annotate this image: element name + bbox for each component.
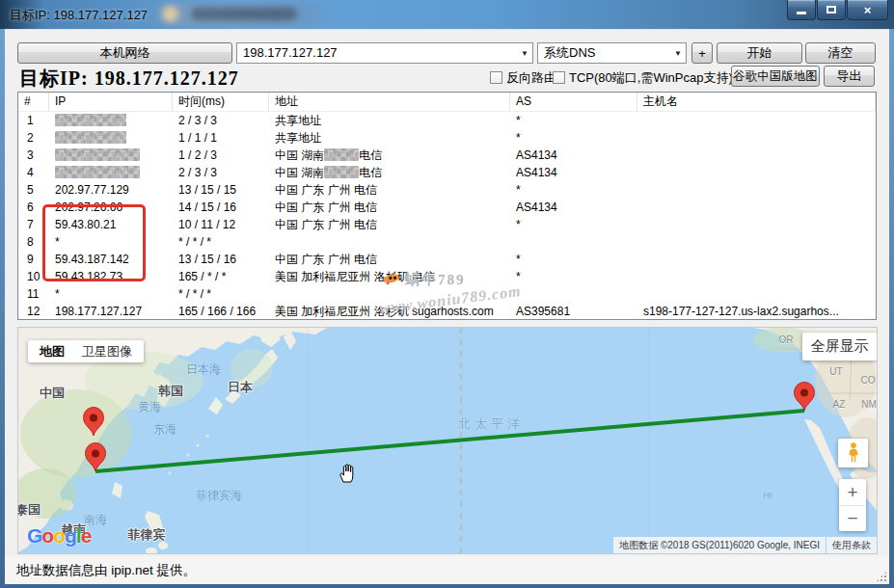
map-attribution: 地图数据 ©2018 GS(2011)6020 Google, INEGI 使用…: [613, 537, 877, 553]
cell-time: 13 / 15 / 16: [173, 251, 269, 268]
col-as[interactable]: AS: [510, 93, 637, 111]
start-button[interactable]: 开始: [717, 42, 802, 64]
cell-addr: 中国 广东 广州 电信: [269, 251, 510, 268]
add-button[interactable]: +: [691, 42, 713, 64]
google-cn-map-button[interactable]: 谷歌中国版地图: [731, 66, 820, 87]
cell-addr: 美国 加利福尼亚州 洛杉矶 电信: [269, 268, 510, 285]
cell-addr: 中国 广东 广州 电信: [269, 181, 510, 199]
window-controls: ×: [787, 0, 888, 20]
cell-num: 2: [18, 129, 49, 147]
cell-host: s198-177-127-127.us-lax2.sugarhos...: [637, 303, 876, 320]
cell-host: [637, 129, 876, 147]
col-host[interactable]: 主机名: [637, 93, 876, 111]
cell-time: 2 / 3 / 3: [173, 164, 269, 181]
table-row[interactable]: 11** / * / *: [18, 285, 876, 303]
redacted-blur: [55, 114, 126, 126]
zoom-control: + −: [839, 479, 866, 531]
cell-host: [637, 199, 876, 216]
table-header: # IP 时间(ms) 地址 AS 主机名: [18, 93, 876, 112]
cell-num: 11: [18, 285, 49, 303]
map-canvas[interactable]: 地图 卫星图像 全屏显示 + − 地图数据 ©2018 GS(2011)6020…: [17, 327, 878, 554]
table-row[interactable]: 959.43.187.14213 / 15 / 16中国 广东 广州 电信*: [18, 251, 876, 268]
cell-addr: 中国 湖南电信: [269, 164, 510, 181]
cell-ip: [49, 112, 173, 129]
terms-link[interactable]: 使用条款: [826, 537, 877, 553]
col-num[interactable]: #: [18, 93, 49, 111]
cell-ip: [49, 164, 173, 181]
map-type-satellite[interactable]: 卫星图像: [82, 343, 132, 361]
cell-addr: [269, 233, 510, 251]
cell-time: 14 / 15 / 16: [173, 199, 269, 216]
col-ip[interactable]: IP: [49, 93, 173, 111]
map-geography: [18, 328, 878, 554]
cell-ip: [49, 129, 173, 147]
table-row[interactable]: 1059.43.182.73165 / * / *美国 加利福尼亚州 洛杉矶 电…: [18, 268, 876, 285]
cell-as: AS4134: [510, 199, 637, 216]
cell-as: *: [510, 251, 637, 268]
cell-time: 1 / 2 / 3: [173, 147, 269, 164]
pegman-icon: [847, 442, 860, 464]
map-type-map[interactable]: 地图: [40, 343, 65, 361]
table-row[interactable]: 8** / * / *: [18, 233, 876, 251]
cell-as: [510, 285, 637, 303]
table-row[interactable]: 12 / 3 / 3共享地址*: [18, 112, 876, 129]
cell-host: [637, 251, 876, 268]
table-row[interactable]: 21 / 1 / 1共享地址*: [18, 129, 876, 147]
cell-as: AS4134: [510, 147, 637, 164]
local-network-button[interactable]: 本机网络: [17, 42, 232, 64]
cell-addr: 共享地址: [269, 129, 510, 147]
cell-ip: 198.177.127.127: [49, 303, 173, 320]
cell-ip: 59.43.182.73: [49, 268, 173, 285]
reverse-route-checkbox[interactable]: [490, 71, 502, 84]
cell-ip: 202.97.26.66: [49, 199, 173, 216]
cell-num: 7: [18, 216, 49, 233]
pegman-control[interactable]: [838, 439, 868, 468]
table-row[interactable]: 759.43.80.2110 / 11 / 12中国 广东 广州 电信*: [18, 216, 876, 233]
target-ip-combobox[interactable]: 198.177.127.127 ▼: [236, 42, 533, 64]
target-ip-value: 198.177.127.127: [243, 45, 338, 60]
cell-as: AS395681: [510, 303, 637, 320]
redacted-blur: [324, 166, 359, 178]
reverse-route-label[interactable]: 反向路由: [506, 70, 556, 85]
close-button[interactable]: ×: [847, 0, 888, 20]
redacted-blur: [55, 166, 140, 178]
chevron-down-icon[interactable]: ▼: [521, 50, 528, 58]
dns-combobox[interactable]: 系统DNS ▼: [537, 42, 687, 64]
tcp-checkbox[interactable]: [553, 71, 565, 84]
resize-grip[interactable]: [876, 571, 887, 582]
attribution-text: 地图数据 ©2018 GS(2011)6020 Google, INEGI: [613, 537, 826, 553]
col-time[interactable]: 时间(ms): [173, 93, 269, 111]
cell-addr: [269, 285, 510, 303]
cell-as: *: [510, 129, 637, 147]
export-button[interactable]: 导出: [824, 66, 875, 87]
table-row[interactable]: 42 / 3 / 3中国 湖南电信AS4134: [18, 164, 876, 181]
cell-host: [637, 147, 876, 164]
cell-num: 8: [18, 233, 49, 251]
clear-button[interactable]: 清空: [805, 42, 876, 64]
cell-as: *: [510, 268, 637, 285]
minimize-button[interactable]: [787, 0, 816, 20]
cell-as: *: [510, 216, 637, 233]
map-marker-pin[interactable]: [795, 383, 815, 412]
map-type-control: 地图 卫星图像: [28, 340, 144, 362]
table-row[interactable]: 5202.97.77.12913 / 15 / 15中国 广东 广州 电信*: [18, 181, 876, 199]
maximize-button[interactable]: [817, 0, 846, 20]
fullscreen-button[interactable]: 全屏显示: [802, 333, 877, 361]
zoom-out-button[interactable]: −: [839, 505, 866, 531]
cell-time: 165 / * / *: [173, 268, 269, 285]
route-line: [95, 411, 804, 471]
cell-ip: 202.97.77.129: [49, 181, 173, 199]
cell-num: 9: [18, 251, 49, 268]
cell-ip: *: [49, 233, 173, 251]
chevron-down-icon[interactable]: ▼: [674, 50, 682, 58]
tcp-label[interactable]: TCP(80端口,需WinPcap支持): [569, 70, 733, 85]
col-addr[interactable]: 地址: [269, 93, 510, 111]
cell-time: 10 / 11 / 12: [173, 216, 269, 233]
table-row[interactable]: 12198.177.127.127165 / 166 / 166美国 加利福尼亚…: [18, 303, 876, 320]
title-bar[interactable]: 目标IP: 198.177.127.127 ×: [0, 0, 894, 29]
zoom-in-button[interactable]: +: [839, 479, 866, 505]
table-row[interactable]: 31 / 2 / 3中国 湖南电信AS4134: [18, 147, 876, 164]
redacted-blur: [324, 148, 359, 161]
table-row[interactable]: 6202.97.26.6614 / 15 / 16中国 广东 广州 电信AS41…: [18, 199, 876, 216]
cell-host: [637, 216, 876, 233]
